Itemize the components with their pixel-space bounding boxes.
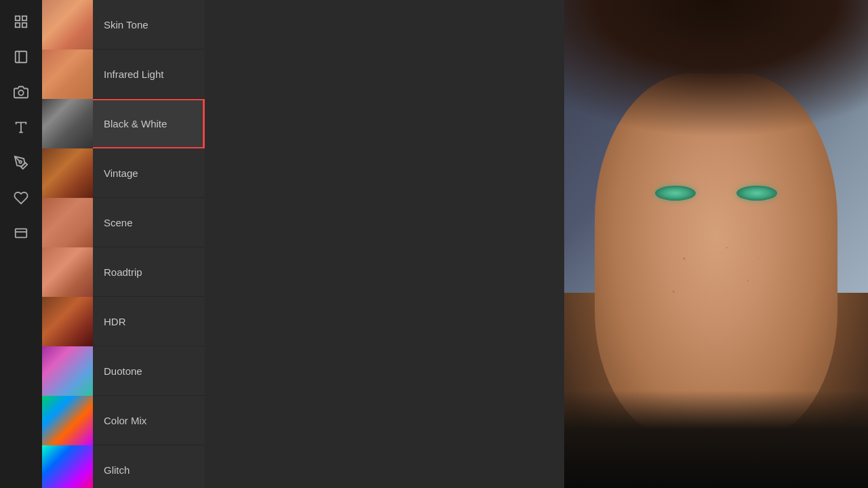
panel-icon[interactable] [6,42,36,72]
filter-label-hdr: HDR [93,316,205,327]
filter-thumb-black-white [42,99,93,148]
photo-area [564,0,868,488]
svg-rect-2 [16,23,20,27]
filter-thumb-roadtrip [42,247,93,297]
filter-item-glitch[interactable]: Glitch [42,445,205,488]
filter-label-scene: Scene [93,217,205,228]
toolbar [0,0,42,488]
filter-thumb-infrared-light [42,49,93,99]
filter-thumb-scene [42,198,93,247]
filter-thumb-duotone [42,346,93,396]
filter-item-skin-tone[interactable]: Skin Tone [42,0,205,49]
filter-item-black-white[interactable]: Black & White [42,99,205,148]
svg-point-6 [18,90,23,95]
filter-item-hdr[interactable]: HDR [42,297,205,346]
filter-label-infrared-light: Infrared Light [93,68,205,80]
filter-panel: Skin ToneInfrared LightBlack & WhiteVint… [42,0,205,488]
svg-rect-3 [22,23,26,27]
svg-rect-10 [16,229,27,238]
filter-label-duotone: Duotone [93,365,205,377]
filter-thumb-glitch [42,445,93,489]
filter-item-vintage[interactable]: Vintage [42,148,205,198]
brush-icon[interactable] [6,148,36,178]
svg-rect-0 [16,16,20,20]
camera-icon[interactable] [6,77,36,107]
filter-item-roadtrip[interactable]: Roadtrip [42,247,205,297]
filter-label-colormix: Color Mix [93,415,205,426]
filter-label-glitch: Glitch [93,464,205,476]
filter-thumb-skin-tone [42,0,93,49]
center-area [205,0,564,488]
filter-label-vintage: Vintage [93,167,205,179]
filter-label-roadtrip: Roadtrip [93,266,205,278]
filter-label-black-white: Black & White [93,118,205,129]
svg-rect-1 [22,16,26,20]
filter-item-duotone[interactable]: Duotone [42,346,205,396]
filter-thumb-vintage [42,148,93,198]
filter-item-infrared-light[interactable]: Infrared Light [42,49,205,99]
text-icon[interactable] [6,113,36,142]
filter-thumb-hdr [42,297,93,346]
filter-thumb-colormix [42,396,93,445]
filter-item-scene[interactable]: Scene [42,198,205,247]
filter-label-skin-tone: Skin Tone [93,19,205,30]
heart-icon[interactable] [6,183,36,213]
filter-item-colormix[interactable]: Color Mix [42,396,205,445]
layers-icon[interactable] [6,218,36,248]
grid-icon[interactable] [6,7,36,37]
selected-indicator [203,99,205,148]
svg-rect-4 [16,52,27,63]
portrait [564,0,868,488]
svg-point-9 [19,161,22,163]
